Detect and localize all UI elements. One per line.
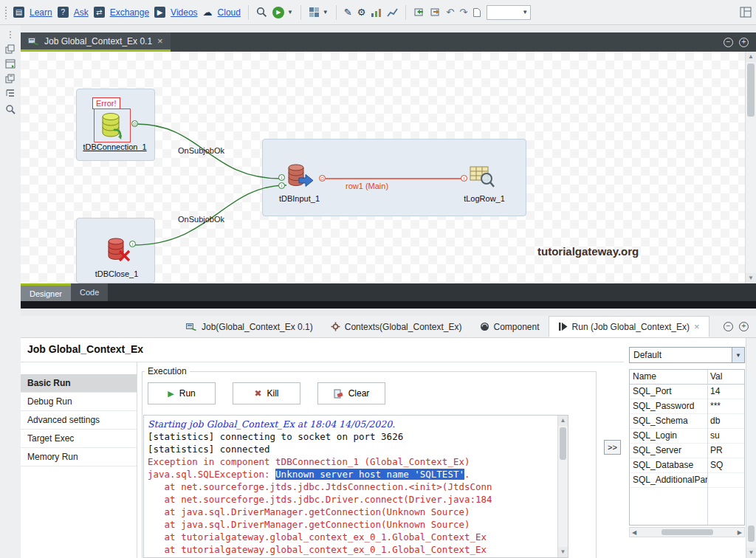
component-label[interactable]: tDBInput_1: [268, 194, 331, 203]
run-sidebar-item[interactable]: Memory Run: [21, 448, 137, 466]
run-view-scrollbar[interactable]: ▼: [746, 338, 756, 558]
component-tdbconnection[interactable]: [98, 111, 126, 143]
clear-button[interactable]: Clear: [317, 382, 385, 404]
left-view-rail: [0, 25, 21, 558]
input-port-icon[interactable]: I: [461, 175, 467, 182]
tab-component[interactable]: Component: [471, 316, 549, 337]
scroll-down-icon[interactable]: ▼: [746, 548, 756, 558]
cloud-link[interactable]: Cloud: [218, 7, 241, 18]
scroll-left-icon[interactable]: ◀: [632, 529, 636, 536]
run-sidebar-item[interactable]: Debug Run: [21, 393, 137, 411]
trigger-label[interactable]: OnSubjobOk: [178, 215, 224, 224]
perspective-dropdown-icon[interactable]: ▼: [323, 9, 329, 16]
close-run-tab-icon[interactable]: ×: [694, 321, 700, 332]
tree-view-icon[interactable]: [4, 89, 16, 99]
maximize-panel-icon[interactable]: +: [739, 322, 749, 331]
scrollbar-thumb[interactable]: [748, 526, 755, 542]
scroll-right-icon[interactable]: ▶: [738, 529, 742, 536]
maximize-panel-icon[interactable]: +: [739, 38, 749, 47]
run-button[interactable]: ▶Run: [148, 382, 216, 404]
tab-designer[interactable]: Designer: [21, 283, 71, 301]
open-perspective-icon[interactable]: [740, 7, 752, 18]
context-horizontal-scrollbar[interactable]: ◀ ▶: [629, 527, 745, 537]
chevron-down-icon[interactable]: ▼: [732, 348, 744, 362]
minimize-panel-icon[interactable]: −: [724, 38, 733, 47]
restore-view-icon[interactable]: [4, 44, 16, 54]
run-sidebar-item[interactable]: Basic Run: [21, 374, 137, 393]
context-row[interactable]: SQL_Password ***: [630, 399, 744, 414]
context-row[interactable]: SQL_Port 14: [630, 385, 744, 399]
tab-code[interactable]: Code: [71, 283, 108, 301]
learn-link[interactable]: Learn: [30, 7, 52, 18]
job-designer-canvas[interactable]: Error! O tDBConnection_1 I I O tDBInput_…: [21, 52, 745, 283]
console-output: Starting job Global_Context_Ex at 18:04 …: [148, 418, 554, 556]
videos-link[interactable]: Videos: [171, 7, 197, 18]
scroll-down-icon[interactable]: ▼: [746, 273, 756, 283]
input-port-icon[interactable]: I: [278, 174, 285, 181]
scrollbar-thumb[interactable]: [560, 427, 566, 460]
trigger-label[interactable]: OnSubjobOk: [178, 146, 224, 155]
window-combobox[interactable]: ▼: [487, 5, 531, 20]
ask-link[interactable]: Ask: [74, 7, 89, 18]
exchange-link[interactable]: Exchange: [110, 7, 149, 18]
undo-icon[interactable]: ↶: [446, 7, 454, 17]
output-port-icon[interactable]: O: [319, 175, 326, 182]
run-sidebar-item[interactable]: Target Exec: [21, 430, 137, 448]
close-job-tab-icon[interactable]: ×: [157, 35, 163, 46]
export-icon[interactable]: [430, 7, 441, 18]
canvas-vertical-scrollbar[interactable]: ▲ ▼: [745, 52, 756, 283]
execution-console[interactable]: Starting job Global_Context_Ex at 18:04 …: [143, 415, 568, 558]
scrollbar-thumb[interactable]: [747, 63, 755, 117]
context-row[interactable]: SQL_Login su: [630, 429, 744, 444]
minimize-panel-icon[interactable]: −: [724, 322, 733, 331]
context-var-name: SQL_Server: [630, 444, 707, 458]
kill-button[interactable]: ✖Kill: [233, 382, 300, 404]
run-sidebar-item[interactable]: Advanced settings: [21, 411, 137, 430]
column-name[interactable]: Name: [630, 370, 707, 384]
input-port-icon[interactable]: I: [278, 182, 285, 189]
panel-divider[interactable]: [21, 301, 756, 309]
component-tdbclose[interactable]: [103, 236, 131, 267]
tab-contexts[interactable]: Contexts(Global_Context_Ex): [322, 316, 471, 337]
scroll-up-icon[interactable]: ▲: [558, 416, 568, 426]
context-row[interactable]: SQL_Database SQ: [630, 458, 744, 473]
redo-icon[interactable]: ↷: [459, 7, 467, 17]
component-label[interactable]: tDBConnection_1: [80, 142, 150, 151]
component-tdbinput[interactable]: [285, 162, 315, 193]
repository-view-icon[interactable]: [4, 59, 16, 69]
job-tab[interactable]: Job Global_Context_Ex 0.1 ×: [21, 32, 171, 52]
scrollbar-thumb[interactable]: [662, 529, 713, 535]
settings-icon[interactable]: ⚙: [357, 7, 366, 17]
console-scrollbar[interactable]: ▲ ▼: [557, 416, 568, 557]
context-row[interactable]: SQL_AdditionalPara...: [630, 473, 744, 488]
component-label[interactable]: tDBClose_1: [83, 269, 150, 278]
expand-context-button[interactable]: >>: [604, 440, 621, 455]
context-row[interactable]: SQL_Server PR: [630, 444, 744, 458]
stats-chart-icon[interactable]: [371, 7, 382, 18]
scroll-down-icon[interactable]: ▼: [558, 547, 568, 557]
component-tlogrow[interactable]: [469, 164, 495, 192]
import-icon[interactable]: [413, 7, 425, 18]
new-page-icon[interactable]: [472, 7, 481, 18]
edit-icon[interactable]: ✎: [344, 7, 352, 17]
component-label[interactable]: tLogRow_1: [458, 194, 510, 203]
find-view-icon[interactable]: [4, 104, 16, 114]
tab-job[interactable]: Job(Global_Context_Ex 0.1): [177, 316, 322, 337]
context-row[interactable]: SQL_Schema db: [630, 414, 744, 429]
scroll-up-icon[interactable]: ▲: [746, 52, 756, 62]
perspective-icon[interactable]: [309, 7, 320, 18]
row-main-label[interactable]: row1 (Main): [346, 182, 388, 190]
input-port-icon[interactable]: I: [129, 241, 136, 247]
context-select[interactable]: Default ▼: [629, 347, 745, 363]
context-var-name: SQL_Password: [630, 399, 707, 413]
output-port-icon[interactable]: O: [131, 120, 138, 127]
tab-run[interactable]: Run (Job Global_Context_Ex) ×: [549, 316, 709, 337]
outline-view-icon[interactable]: [4, 74, 16, 83]
context-var-value: [707, 473, 744, 487]
column-divider[interactable]: [707, 370, 708, 525]
trace-chart-icon[interactable]: [387, 7, 398, 18]
run-job-icon[interactable]: ▶: [272, 7, 284, 18]
search-icon[interactable]: [256, 7, 267, 18]
column-value[interactable]: Val: [707, 370, 744, 384]
run-dropdown-icon[interactable]: ▼: [287, 9, 293, 16]
